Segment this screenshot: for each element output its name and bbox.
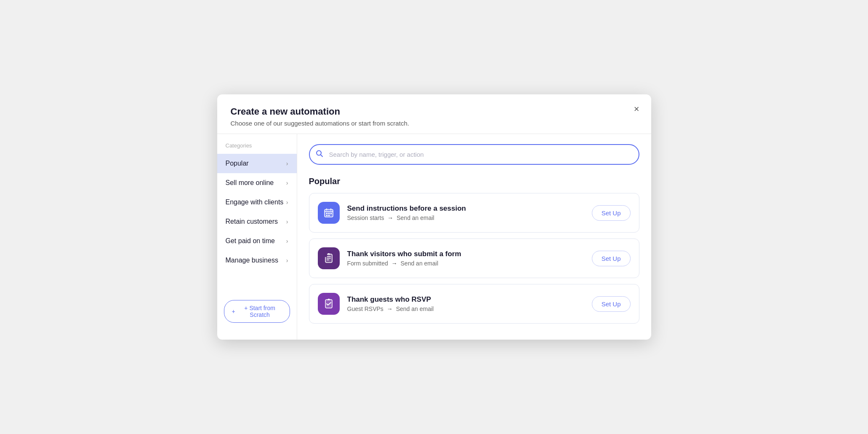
start-scratch-label: + Start from Scratch	[238, 305, 282, 318]
sidebar-footer: + + Start from Scratch	[217, 292, 297, 331]
automation-trigger-form: Form submitted	[347, 260, 388, 267]
setup-button-rsvp[interactable]: Set Up	[592, 296, 631, 312]
svg-rect-12	[327, 256, 331, 257]
svg-rect-6	[326, 213, 327, 214]
automation-trigger-session: Session starts	[347, 214, 384, 221]
sidebar-item-popular[interactable]: Popular ›	[217, 154, 297, 173]
svg-rect-23	[328, 299, 330, 300]
sidebar-item-engage-label: Engage with clients	[226, 198, 284, 206]
automation-action-rsvp: Send an email	[396, 305, 434, 312]
sidebar-item-retain[interactable]: Retain customers ›	[217, 212, 297, 231]
chevron-icon-popular: ›	[286, 160, 288, 167]
setup-button-form[interactable]: Set Up	[592, 251, 631, 266]
automation-card-session: Send instructions before a session Sessi…	[309, 193, 639, 233]
arrow-icon-form: →	[391, 260, 399, 267]
categories-label: Categories	[217, 142, 297, 154]
svg-rect-13	[327, 258, 331, 259]
search-wrapper	[309, 144, 639, 165]
create-automation-modal: Create a new automation Choose one of ou…	[217, 94, 651, 340]
svg-rect-20	[328, 253, 330, 254]
automation-icon-session	[318, 202, 340, 224]
start-from-scratch-button[interactable]: + + Start from Scratch	[224, 300, 290, 323]
automation-card-rsvp: Thank guests who RSVP Guest RSVPs → Send…	[309, 284, 639, 324]
sidebar: Categories Popular › Sell more online › …	[217, 134, 297, 340]
sidebar-item-retain-label: Retain customers	[226, 218, 278, 225]
svg-point-18	[324, 254, 327, 257]
svg-rect-7	[328, 213, 330, 214]
svg-rect-9	[326, 215, 327, 216]
sidebar-item-manage[interactable]: Manage business ›	[217, 251, 297, 270]
automation-info-rsvp: Thank guests who RSVP Guest RSVPs → Send…	[347, 295, 584, 312]
automation-name-rsvp: Thank guests who RSVP	[347, 295, 584, 304]
arrow-icon-rsvp: →	[387, 305, 394, 312]
automation-icon-form	[318, 247, 340, 269]
search-icon	[316, 150, 323, 159]
chevron-icon-engage: ›	[286, 199, 288, 206]
svg-rect-10	[328, 215, 330, 216]
automation-name-form: Thank visitors who submit a form	[347, 250, 584, 258]
automation-info-form: Thank visitors who submit a form Form su…	[347, 250, 584, 267]
section-title: Popular	[309, 177, 639, 186]
automation-trigger-rsvp: Guest RSVPs	[347, 305, 383, 312]
automation-card-form: Thank visitors who submit a form Form su…	[309, 238, 639, 278]
svg-rect-14	[327, 260, 329, 260]
setup-button-session[interactable]: Set Up	[592, 205, 631, 221]
modal-body: Categories Popular › Sell more online › …	[217, 134, 651, 340]
chevron-icon-sell-more: ›	[286, 179, 288, 186]
chevron-icon-get-paid: ›	[286, 238, 288, 244]
sidebar-item-manage-label: Manage business	[226, 257, 278, 264]
automation-desc-form: Form submitted → Send an email	[347, 260, 584, 267]
sidebar-item-sell-more[interactable]: Sell more online ›	[217, 173, 297, 193]
arrow-icon-session: →	[387, 214, 395, 221]
sidebar-item-sell-more-label: Sell more online	[226, 179, 274, 187]
plus-icon: +	[232, 308, 235, 315]
automation-desc-rsvp: Guest RSVPs → Send an email	[347, 305, 584, 312]
modal-header: Create a new automation Choose one of ou…	[217, 94, 651, 134]
search-input[interactable]	[309, 144, 639, 165]
chevron-icon-manage: ›	[286, 257, 288, 264]
close-button[interactable]: ×	[632, 103, 641, 115]
modal-subtitle: Choose one of our suggested automations …	[231, 120, 638, 127]
main-content: Popular S	[297, 134, 651, 340]
chevron-icon-retain: ›	[286, 218, 288, 225]
sidebar-item-get-paid[interactable]: Get paid on time ›	[217, 231, 297, 251]
automation-info-session: Send instructions before a session Sessi…	[347, 204, 584, 221]
svg-rect-8	[330, 213, 332, 214]
svg-line-1	[320, 155, 322, 157]
automation-icon-rsvp	[318, 293, 340, 315]
automation-action-form: Send an email	[401, 260, 439, 267]
automation-name-session: Send instructions before a session	[347, 204, 584, 213]
automation-action-session: Send an email	[397, 214, 434, 221]
sidebar-item-get-paid-label: Get paid on time	[226, 237, 275, 245]
sidebar-item-engage[interactable]: Engage with clients ›	[217, 193, 297, 212]
automation-desc-session: Session starts → Send an email	[347, 214, 584, 221]
modal-title: Create a new automation	[231, 106, 638, 117]
sidebar-item-popular-label: Popular	[226, 160, 249, 167]
